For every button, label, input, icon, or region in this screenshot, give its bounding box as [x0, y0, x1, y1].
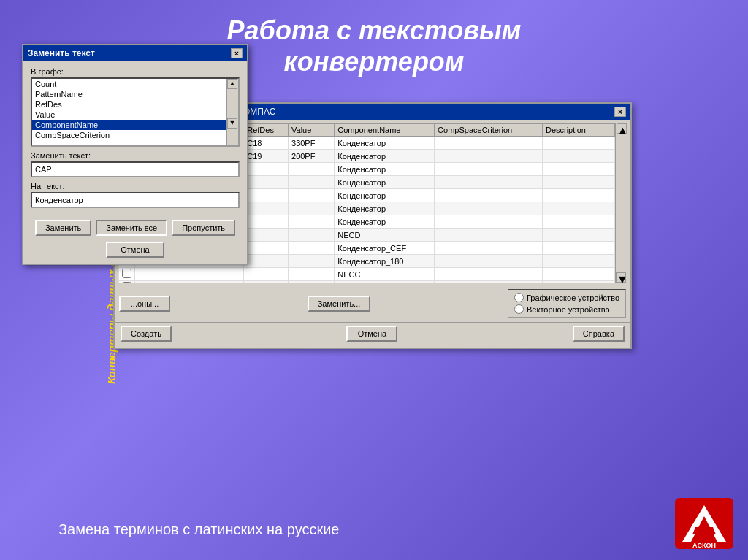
row-description	[542, 215, 614, 229]
replace-dialog-close[interactable]: ×	[231, 48, 243, 58]
list-item-refdes[interactable]: RefDes	[32, 99, 226, 110]
in-column-label: В графе:	[31, 67, 240, 76]
svg-text:АСКОН: АСКОН	[692, 542, 716, 549]
row-refdes	[244, 215, 289, 229]
row-componentname: Конденсатор	[335, 215, 435, 229]
list-item-patternname[interactable]: PatternName	[32, 89, 226, 99]
row-compspace	[435, 229, 543, 242]
skip-button[interactable]: Пропустить	[172, 220, 235, 236]
row-refdes	[244, 202, 289, 215]
row-compspace	[435, 268, 543, 281]
main-window-close[interactable]: ×	[614, 107, 626, 117]
replace-text-label: Заменить текст:	[31, 151, 240, 160]
row-count	[135, 281, 172, 283]
radio-graphic-input[interactable]	[514, 293, 524, 302]
dialog-cancel-button[interactable]: Отмена	[106, 242, 164, 258]
replace-dialog-body: В графе: Count PatternName RefDes Value …	[23, 61, 247, 214]
row-value: 200PF	[289, 150, 335, 163]
row-compspace	[435, 215, 543, 229]
row-compspace	[435, 202, 543, 215]
options-button[interactable]: ...оны...	[119, 296, 170, 312]
row-count	[135, 268, 172, 281]
list-item-compspace[interactable]: CompSpaceCriterion	[32, 130, 226, 140]
row-componentname: NECD	[335, 229, 435, 242]
replace-all-button[interactable]: Заменить все	[96, 220, 167, 236]
radio-vector-label: Векторное устройство	[527, 305, 610, 314]
row-compspace	[435, 176, 543, 189]
cancel-main-button[interactable]: Отмена	[346, 326, 397, 342]
row-refdes	[244, 242, 289, 255]
create-button[interactable]: Создать	[121, 326, 172, 342]
row-componentname: Конденсатор	[335, 150, 435, 163]
row-value	[289, 242, 335, 255]
row-componentname: Конденсатор	[335, 202, 435, 215]
row-compspace	[435, 150, 543, 163]
row-compspace	[435, 281, 543, 283]
row-refdes: C18	[244, 137, 289, 150]
list-item-componentname[interactable]: ComponentName	[32, 120, 226, 130]
row-componentname: Конденсатор	[335, 163, 435, 176]
list-item-value[interactable]: Value	[32, 110, 226, 120]
row-value	[289, 255, 335, 268]
row-compspace	[435, 189, 543, 202]
row-patternname	[172, 281, 244, 283]
row-description	[542, 150, 614, 163]
row-description	[542, 137, 614, 150]
row-description	[542, 163, 614, 176]
row-value	[289, 229, 335, 242]
row-description	[542, 202, 614, 215]
replace-dialog-titlebar: Заменить текст ×	[23, 45, 247, 61]
col-header-compspace: CompSpaceCriterion	[435, 124, 543, 137]
radio-vector-input[interactable]	[514, 304, 524, 314]
col-header-refdes: RefDes	[244, 124, 289, 137]
dialog-action-buttons: Заменить Заменить все Пропустить	[23, 214, 247, 242]
row-value	[289, 268, 335, 281]
row-description	[542, 281, 614, 283]
row-compspace	[435, 242, 543, 255]
col-header-componentname: ComponentName	[335, 124, 435, 137]
col-header-description: Description	[542, 124, 614, 137]
row-value	[289, 202, 335, 215]
row-refdes	[244, 268, 289, 281]
table-scrollbar[interactable]: ▲ ▼	[615, 123, 627, 283]
replace-dialog-title: Заменить текст	[28, 48, 95, 58]
row-checkbox[interactable]	[119, 281, 135, 283]
list-item-count[interactable]: Count	[32, 79, 226, 89]
replace-button[interactable]: Заменить...	[308, 296, 371, 312]
row-compspace	[435, 137, 543, 150]
row-refdes	[244, 255, 289, 268]
column-list-inner: Count PatternName RefDes Value Component…	[32, 79, 226, 145]
row-refdes	[244, 281, 289, 283]
row-description	[542, 176, 614, 189]
dialog-cancel-row: Отмена	[23, 242, 247, 264]
column-list-box[interactable]: Count PatternName RefDes Value Component…	[31, 77, 240, 147]
replace-one-button[interactable]: Заменить	[35, 220, 91, 236]
device-radio-group: Графическое устройство Векторное устройс…	[508, 289, 626, 318]
bottom-toolbar: ...оны... Заменить... Графическое устрой…	[115, 286, 630, 322]
row-description	[542, 189, 614, 202]
row-patternname	[172, 268, 244, 281]
list-scrollbar[interactable]: ▲ ▼	[226, 79, 238, 145]
table-row[interactable]: NECC	[119, 268, 615, 281]
row-refdes	[244, 229, 289, 242]
col-header-value: Value	[289, 124, 335, 137]
row-value	[289, 176, 335, 189]
radio-vector[interactable]: Векторное устройство	[514, 304, 619, 314]
row-componentname: Конденсатор_CEF	[335, 242, 435, 255]
row-checkbox[interactable]	[119, 268, 135, 281]
with-text-input[interactable]	[31, 192, 240, 208]
row-componentname: Конденсатор	[335, 176, 435, 189]
row-compspace	[435, 255, 543, 268]
table-row[interactable]: NECC	[119, 281, 615, 283]
replace-dialog: Заменить текст × В графе: Count PatternN…	[22, 44, 248, 265]
row-refdes	[244, 176, 289, 189]
help-button[interactable]: Справка	[573, 326, 625, 342]
row-refdes	[244, 163, 289, 176]
footer-buttons: Создать Отмена Справка	[115, 322, 630, 348]
row-componentname: Конденсатор	[335, 137, 435, 150]
row-componentname: NECC	[335, 268, 435, 281]
replace-text-input[interactable]	[31, 161, 240, 177]
radio-graphic[interactable]: Графическое устройство	[514, 293, 619, 302]
row-componentname: Конденсатор	[335, 189, 435, 202]
row-componentname: NECC	[335, 281, 435, 283]
